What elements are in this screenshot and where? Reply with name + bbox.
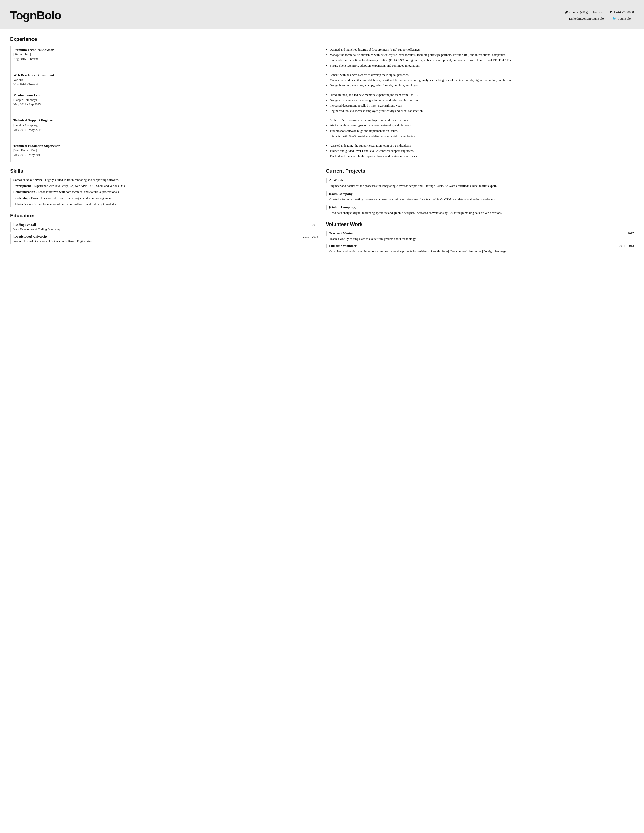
exp-right-2: Hired, trained, and led new mentors, exp…: [322, 91, 634, 117]
bullet-item: Worked with various types of databases, …: [326, 123, 634, 128]
exp-right-3: Authored 50+ documents for employee and …: [322, 116, 634, 142]
skill-text: Proven track record of success in projec…: [31, 196, 112, 200]
bullet-item: Design branding, websites, ad copy, sale…: [326, 83, 634, 88]
education-title: Education: [10, 212, 318, 219]
bullet-item: Hired, trained, and led new mentors, exp…: [326, 93, 634, 97]
skill-text: Leads initiatives with both technical an…: [38, 190, 120, 194]
bullet-item: Consult with business owners to develop …: [326, 72, 634, 77]
skills-section: Skills Software As a Service - Highly sk…: [10, 167, 318, 207]
bullet-item: Interacted with SaaS providers and diver…: [326, 134, 634, 138]
project-item-2: [Online Company] Head data analyst, digi…: [326, 204, 634, 215]
exp-right-0: Defined and launched [Startup's] first p…: [322, 46, 634, 71]
linkedin-contact: in Linkedin.com/in/tognBolo: [565, 16, 604, 21]
phone-value: 1.444.777.0000: [613, 10, 634, 14]
exp-right-4: Assisted in leading the support escalati…: [322, 142, 634, 162]
bullet-item: Manage network architecture, databases, …: [326, 78, 634, 82]
linkedin-value: Linkedin.com/in/tognBolo: [569, 16, 604, 21]
projects-section: Current Projects AdWords Engineer and do…: [326, 167, 634, 215]
exp-title: Technical Escalation Supervisor: [13, 143, 318, 148]
project-name: AdWords: [326, 178, 634, 183]
bullet-item: Designed, documented, and taught technic…: [326, 98, 634, 103]
skill-item-3: Leadership - Proven track record of succ…: [13, 196, 318, 200]
phone-icon: #: [610, 10, 612, 14]
exp-left-3: Technical Support Engineer [Smaller Comp…: [10, 116, 322, 142]
contact-row-1: @ Contact@TognBolo.com # 1.444.777.0000: [565, 10, 634, 14]
exp-date: Nov 2014 - Present: [13, 82, 318, 87]
bullet-item: Trained and guided level 1 and level 2 t…: [326, 149, 634, 153]
experience-grid: Premium Technical Advisor [Startup, Inc.…: [10, 46, 634, 162]
skill-label: Development -: [13, 184, 33, 188]
edu-year: 2010 - 2016: [303, 234, 318, 239]
vol-header: Full-time Volunteer 2011 - 2013: [326, 244, 634, 248]
edu-school: [Coding School]: [13, 222, 36, 227]
vol-title: Full-time Volunteer: [329, 244, 357, 248]
project-name: [Online Company]: [326, 204, 634, 210]
project-desc: Head data analyst, digital marketing spe…: [326, 211, 634, 215]
skill-item-1: Development - Experience with JavaScript…: [13, 184, 318, 188]
skill-label: Holistic View -: [13, 202, 33, 206]
vol-year: 2011 - 2013: [619, 244, 634, 248]
skill-item-0: Software As a Service - Highly skilled i…: [13, 178, 318, 182]
projects-title: Current Projects: [326, 167, 634, 175]
bullet-item: Manage the technical relationships with …: [326, 53, 634, 57]
exp-left-2: Mentor Team Lead [Larger Company] May 20…: [10, 91, 322, 117]
twitter-contact: 🐦 TognBolo: [612, 16, 631, 21]
twitter-value: TognBolo: [618, 16, 631, 21]
skill-text: Highly skilled in troubleshooting and su…: [45, 178, 119, 182]
bullet-item: Find and create solutions for data organ…: [326, 58, 634, 63]
bullet-item: Troubleshot software bugs and implementa…: [326, 129, 634, 133]
skill-item-2: Communication - Leads initiatives with b…: [13, 190, 318, 194]
skill-label: Software As a Service -: [13, 178, 44, 182]
vol-item-0: Teacher / Mentor 2017 Teach a weekly cod…: [326, 231, 634, 241]
contact-row-2: in Linkedin.com/in/tognBolo 🐦 TognBolo: [565, 16, 634, 21]
edu-school: [Dootie Doot] University: [13, 234, 48, 239]
email-icon: @: [565, 10, 568, 14]
exp-title: Technical Support Engineer: [13, 118, 318, 123]
skill-text: Experience with JavaScript, C#, web APIs…: [34, 184, 126, 188]
skills-projects-row: Skills Software As a Service - Highly sk…: [10, 167, 634, 259]
resume-name: TognBolo: [10, 7, 61, 24]
exp-right-1: Consult with business owners to develop …: [322, 71, 634, 91]
exp-date: Aug 2015 - Present: [13, 57, 318, 61]
email-contact: @ Contact@TognBolo.com: [565, 10, 602, 14]
exp-date: May 2011 - May 2014: [13, 127, 318, 132]
skill-label: Leadership -: [13, 196, 31, 200]
edu-item-0: [Coding School] 2016 Web Development Cod…: [10, 222, 318, 232]
bullet-item: Assisted in leading the support escalati…: [326, 143, 634, 148]
skill-text: Strong foundation of hardware, software,…: [34, 202, 118, 206]
bullet-item: Increased department upsells by 75%, $2.…: [326, 103, 634, 108]
volunteer-section: Volunteer Work Teacher / Mentor 2017 Tea…: [326, 221, 634, 254]
contact-info: @ Contact@TognBolo.com # 1.444.777.0000 …: [565, 10, 634, 21]
experience-section: Experience Premium Technical Advisor [St…: [10, 35, 634, 162]
vol-title: Teacher / Mentor: [329, 231, 353, 236]
exp-company: Various: [13, 77, 318, 82]
projects-col: Current Projects AdWords Engineer and do…: [326, 167, 634, 259]
skill-label: Communication -: [13, 190, 37, 194]
main-content: Experience Premium Technical Advisor [St…: [0, 29, 644, 267]
phone-contact: # 1.444.777.0000: [610, 10, 634, 14]
project-desc: Created a technical vetting process and …: [326, 197, 634, 201]
project-desc: Engineer and document the processes for …: [326, 184, 634, 188]
skills-col: Skills Software As a Service - Highly sk…: [10, 167, 318, 259]
skills-title: Skills: [10, 167, 318, 175]
exp-company: [Startup, Inc.]: [13, 52, 318, 57]
vol-desc: Teach a weekly coding class to excite fi…: [326, 236, 634, 241]
exp-left-4: Technical Escalation Supervisor [Well Kn…: [10, 142, 322, 162]
vol-desc: Organized and participated in various co…: [326, 249, 634, 254]
edu-desc: Web Development Coding Bootcamp: [13, 227, 318, 232]
bullet-item: Defined and launched [Startup's] first p…: [326, 47, 634, 52]
volunteer-title: Volunteer Work: [326, 221, 634, 228]
vol-header: Teacher / Mentor 2017: [326, 231, 634, 236]
header: TognBolo @ Contact@TognBolo.com # 1.444.…: [0, 0, 644, 29]
vol-item-1: Full-time Volunteer 2011 - 2013 Organize…: [326, 244, 634, 254]
exp-title: Mentor Team Lead: [13, 93, 318, 98]
skill-item-4: Holistic View - Strong foundation of har…: [13, 202, 318, 206]
project-item-0: AdWords Engineer and document the proces…: [326, 178, 634, 188]
bullet-item: Authored 50+ documents for employee and …: [326, 118, 634, 122]
project-item-1: [Sales Company] Created a technical vett…: [326, 191, 634, 202]
twitter-icon: 🐦: [612, 16, 616, 21]
experience-title: Experience: [10, 35, 634, 43]
vol-year: 2017: [628, 231, 634, 236]
email-value: Contact@TognBolo.com: [569, 10, 602, 14]
education-section: Education [Coding School] 2016 Web Devel…: [10, 212, 318, 244]
